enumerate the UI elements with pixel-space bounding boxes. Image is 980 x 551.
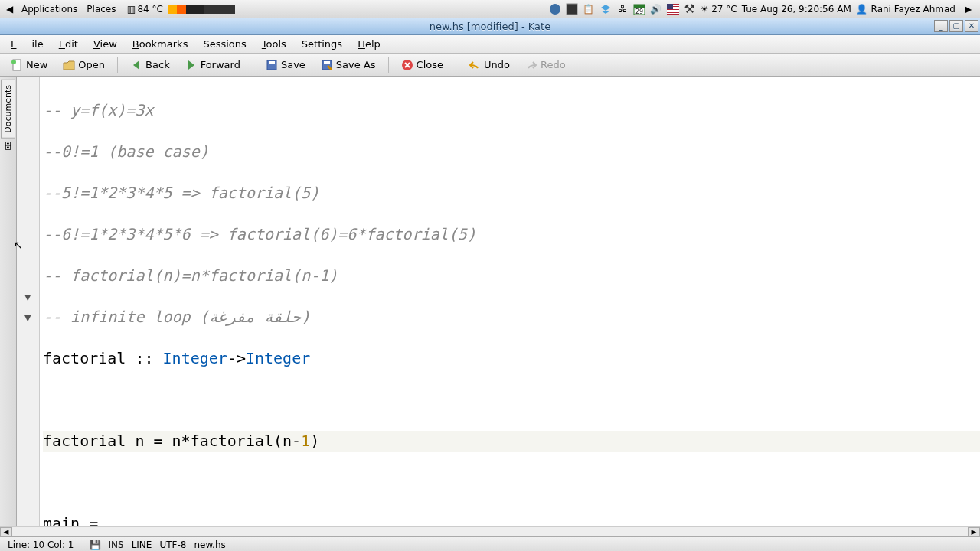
code-line: --5!=1*2*3*4*5 => factorial(5) — [43, 184, 319, 202]
code-token: ) — [310, 432, 319, 450]
mouse-cursor: ↖ — [14, 239, 23, 251]
maximize-button[interactable]: ▢ — [949, 20, 963, 32]
svg-point-14 — [11, 60, 16, 64]
globe-icon[interactable] — [549, 3, 561, 15]
code-token: 1 — [301, 432, 310, 450]
places-menu[interactable]: Places — [82, 2, 120, 16]
fold-marker[interactable]: ▼ — [24, 313, 31, 323]
save-as-button[interactable]: Save As — [315, 57, 382, 73]
forward-arrow-icon — [185, 59, 198, 71]
open-label: Open — [78, 59, 105, 70]
open-folder-icon — [63, 59, 75, 71]
clipboard-icon[interactable]: 📋 — [583, 3, 595, 15]
cpu-temp-applet[interactable]: ▥84 °C — [120, 2, 167, 17]
menubar: File Edit View Bookmarks Sessions Tools … — [0, 35, 980, 54]
redo-label: Redo — [541, 59, 566, 70]
undo-label: Undo — [484, 59, 510, 70]
filesystem-icon[interactable]: 🗄 — [4, 142, 12, 152]
window-titlebar[interactable]: new.hs [modified] - Kate _ ▢ ✕ — [0, 18, 980, 35]
panel-right-arrow[interactable]: ▶ — [960, 2, 975, 16]
terminal-icon[interactable] — [566, 3, 578, 15]
forward-button[interactable]: Forward — [179, 57, 247, 73]
cpu-temp-value: 84 °C — [137, 4, 162, 15]
forward-label: Forward — [201, 59, 240, 70]
system-monitor-applet[interactable] — [168, 5, 235, 14]
window-title: new.hs [modified] - Kate — [430, 21, 550, 32]
code-token: - — [292, 432, 301, 450]
code-token: :: — [135, 349, 162, 367]
fold-marker[interactable]: ▼ — [24, 292, 31, 302]
close-button[interactable]: Close — [395, 57, 449, 73]
calendar-icon[interactable]: 29 — [633, 3, 645, 15]
statusbar: Line: 10 Col: 1 💾 INS LINE UTF-8 new.hs — [0, 536, 980, 551]
volume-icon[interactable]: 🔊 — [650, 3, 662, 15]
back-arrow-icon — [130, 59, 142, 71]
dropbox-icon[interactable] — [599, 3, 612, 15]
back-button[interactable]: Back — [124, 57, 176, 73]
main-area: Documents 🗄 ▼ ▼ -- y=f(x)=3x --0!=1 (bas… — [0, 77, 980, 526]
svg-rect-16 — [269, 61, 275, 64]
editor-wrap: ▼ ▼ -- y=f(x)=3x --0!=1 (base case) --5!… — [17, 77, 980, 526]
documents-tab[interactable]: Documents — [1, 80, 15, 139]
menu-help[interactable]: Help — [350, 36, 388, 52]
scroll-right-arrow[interactable]: ▶ — [968, 527, 980, 536]
save-as-icon — [321, 59, 333, 71]
undo-button[interactable]: Undo — [462, 57, 516, 73]
open-button[interactable]: Open — [57, 57, 111, 73]
disk-icon: 💾 — [90, 540, 101, 550]
minimize-button[interactable]: _ — [934, 20, 948, 32]
filename: new.hs — [194, 540, 225, 550]
weather-temp: 27 °C — [711, 4, 737, 15]
code-token: main = — [43, 514, 98, 526]
menu-settings[interactable]: Settings — [294, 36, 350, 52]
svg-rect-11 — [667, 13, 679, 14]
save-label: Save — [281, 59, 305, 70]
code-line: --0!=1 (base case) — [43, 142, 209, 161]
system-tray: 📋 🖧 29 🔊 ⚒ ☀ 27 °C Tue Aug 26, 9:20:56 A… — [549, 2, 978, 16]
code-line: --6!=1*2*3*4*5*6 => factorial(6)=6*facto… — [43, 225, 476, 243]
weather-applet[interactable]: ☀ 27 °C — [701, 4, 737, 15]
horizontal-scrollbar[interactable]: ◀ ▶ — [0, 526, 980, 536]
code-token: factorial — [43, 349, 135, 367]
username-label: Rani Fayez Ahmad — [871, 4, 956, 15]
toolbar: New Open Back Forward Save Save As Close… — [0, 54, 980, 77]
eol-mode[interactable]: LINE — [132, 540, 152, 550]
menu-view[interactable]: View — [86, 36, 125, 52]
toolbar-separator — [388, 57, 389, 73]
new-button[interactable]: New — [5, 57, 54, 73]
code-line: -- factorial(n)=n*factorial(n-1) — [43, 266, 338, 285]
clock[interactable]: Tue Aug 26, 9:20:56 AM — [742, 4, 851, 15]
user-menu[interactable]: 👤 Rani Fayez Ahmad — [856, 3, 956, 15]
menu-bookmarks[interactable]: Bookmarks — [125, 36, 196, 52]
editor-gutter[interactable]: ▼ ▼ — [17, 77, 40, 526]
close-icon — [401, 59, 413, 71]
scroll-left-arrow[interactable]: ◀ — [0, 527, 12, 536]
bluetooth-icon[interactable]: ⚒ — [684, 3, 696, 15]
svg-rect-1 — [567, 4, 577, 15]
cursor-position: Line: 10 Col: 1 — [8, 540, 74, 550]
save-as-label: Save As — [336, 59, 376, 70]
menu-file[interactable]: File — [3, 36, 51, 52]
keyboard-layout-icon[interactable] — [667, 3, 679, 15]
save-button[interactable]: Save — [260, 57, 312, 73]
save-icon — [266, 59, 278, 71]
code-line: -- y=f(x)=3x — [43, 101, 154, 119]
close-window-button[interactable]: ✕ — [965, 20, 978, 32]
encoding[interactable]: UTF-8 — [159, 540, 186, 550]
toolbar-separator — [117, 57, 118, 73]
menu-edit[interactable]: Edit — [51, 36, 86, 52]
panel-left-arrow[interactable]: ◀ — [2, 2, 17, 16]
toolbar-separator — [253, 57, 253, 73]
new-file-icon — [11, 59, 23, 71]
svg-rect-9 — [667, 10, 679, 11]
menu-sessions[interactable]: Sessions — [195, 36, 253, 52]
new-label: New — [26, 59, 47, 70]
redo-button[interactable]: Redo — [519, 57, 572, 73]
toolbar-separator — [456, 57, 456, 73]
menu-tools[interactable]: Tools — [254, 36, 294, 52]
network-icon[interactable]: 🖧 — [616, 3, 629, 15]
insert-mode[interactable]: INS — [109, 540, 124, 550]
close-label: Close — [416, 59, 443, 70]
code-editor[interactable]: -- y=f(x)=3x --0!=1 (base case) --5!=1*2… — [40, 77, 980, 526]
applications-menu[interactable]: Applications — [17, 2, 82, 16]
